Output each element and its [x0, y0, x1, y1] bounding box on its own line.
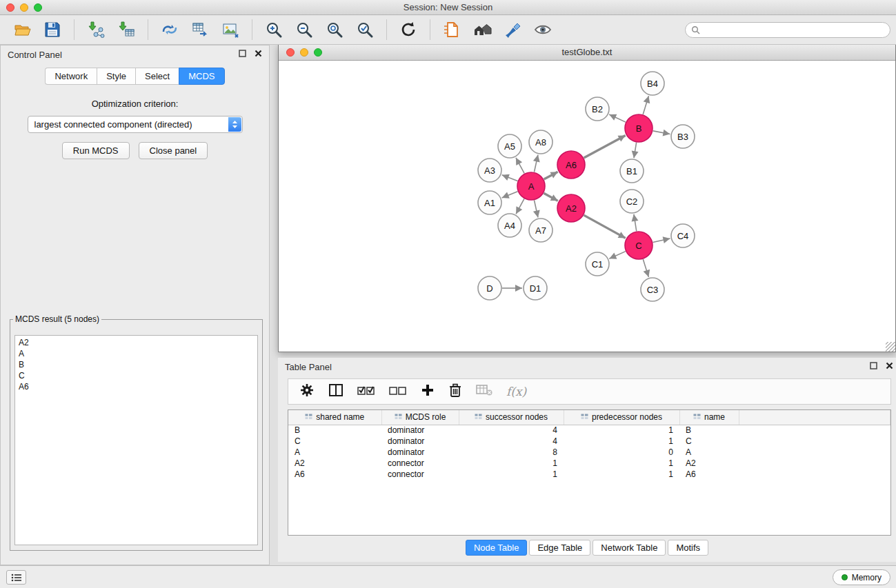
import-table-button[interactable] — [114, 17, 139, 42]
node-B3[interactable]: B3 — [671, 125, 695, 148]
network-minimize-button[interactable] — [300, 48, 308, 57]
close-window-button[interactable] — [6, 3, 14, 12]
mcds-result-item-a6[interactable]: A6 — [19, 381, 254, 392]
column-header-predecessor-nodes[interactable]: predecessor nodes — [564, 410, 679, 425]
network-zoom-button[interactable] — [314, 48, 322, 57]
table-row-c[interactable]: Cdominator41C — [288, 436, 890, 447]
mcds-result-list[interactable]: A2ABCA6 — [14, 335, 258, 545]
table-tab-node-table[interactable]: Node Table — [466, 540, 528, 556]
cell-predecessor-nodes[interactable]: 1 — [564, 436, 679, 447]
cell-predecessor-nodes[interactable]: 0 — [564, 447, 679, 458]
zoom-window-button[interactable] — [34, 3, 42, 12]
node-A7[interactable]: A7 — [529, 219, 552, 242]
cell-name[interactable]: B — [679, 425, 739, 436]
cell-shared-name[interactable]: B — [288, 425, 381, 436]
function-builder-button[interactable]: f(x) — [506, 385, 526, 398]
memory-button[interactable]: Memory — [833, 569, 890, 585]
node-C3[interactable]: C3 — [641, 278, 664, 301]
node-A[interactable]: A — [517, 172, 545, 200]
column-header-successor-nodes[interactable]: successor nodes — [459, 410, 564, 425]
network-close-button[interactable] — [286, 48, 295, 57]
node-B[interactable]: B — [625, 114, 653, 142]
network-graph[interactable]: B4B2BB3A5A8A6A3B1AC2A1A2A4A7C4CC1C3DD1 — [279, 61, 895, 352]
table-row-a[interactable]: Adominator80A — [288, 447, 890, 458]
select-all-button[interactable] — [357, 384, 375, 399]
show-hide-button[interactable] — [530, 17, 555, 42]
minimize-window-button[interactable] — [20, 3, 28, 12]
cell-predecessor-nodes[interactable]: 1 — [564, 458, 679, 469]
cell-successor-nodes[interactable]: 1 — [459, 458, 564, 469]
float-panel-icon[interactable] — [239, 50, 246, 57]
cell-mcds-role[interactable]: dominator — [381, 447, 459, 458]
cell-mcds-role[interactable]: dominator — [381, 436, 459, 447]
cell-name[interactable]: A2 — [679, 458, 739, 469]
cell-mcds-role[interactable]: connector — [381, 458, 459, 469]
zoom-out-button[interactable] — [292, 17, 317, 42]
edge-C-C3[interactable] — [643, 259, 648, 277]
node-D[interactable]: D — [478, 276, 501, 300]
table-row-a6[interactable]: A6connector11A6 — [288, 469, 890, 480]
export-image-button[interactable] — [218, 17, 243, 42]
column-header-mcds-role[interactable]: MCDS role — [381, 410, 459, 425]
node-C2[interactable]: C2 — [620, 190, 644, 213]
edge-A-A2[interactable] — [544, 193, 557, 201]
node-B2[interactable]: B2 — [586, 97, 609, 121]
show-panel-button[interactable] — [6, 570, 26, 585]
mcds-result-item-a2[interactable]: A2 — [19, 337, 254, 348]
control-tab-style[interactable]: Style — [97, 68, 135, 85]
cell-name[interactable]: A — [679, 447, 739, 458]
node-C1[interactable]: C1 — [586, 252, 609, 276]
control-tab-mcds[interactable]: MCDS — [179, 68, 224, 85]
first-neighbors-button[interactable] — [470, 17, 495, 42]
edge-A-A1[interactable] — [502, 192, 518, 198]
edge-A-A8[interactable] — [534, 155, 537, 172]
table-options-button[interactable] — [299, 383, 315, 401]
cell-shared-name[interactable]: C — [288, 436, 381, 447]
criterion-dropdown[interactable]: largest connected component (directed) — [28, 116, 243, 133]
node-A3[interactable]: A3 — [478, 159, 501, 182]
table-tab-motifs[interactable]: Motifs — [668, 540, 708, 556]
add-row-button[interactable] — [421, 383, 435, 400]
run-mcds-button[interactable]: Run MCDS — [62, 142, 130, 159]
close-panel-icon[interactable] — [886, 362, 893, 369]
open-session-button[interactable] — [10, 17, 34, 42]
cell-successor-nodes[interactable]: 1 — [459, 469, 564, 480]
node-A1[interactable]: A1 — [478, 191, 501, 214]
mcds-result-item-a[interactable]: A — [19, 348, 254, 359]
cell-name[interactable]: A6 — [679, 469, 739, 480]
edge-A2-C[interactable] — [584, 215, 625, 238]
node-C[interactable]: C — [625, 232, 653, 259]
zoom-selected-button[interactable] — [352, 17, 377, 42]
cell-shared-name[interactable]: A6 — [288, 469, 381, 480]
edge-A-A6[interactable] — [544, 172, 558, 179]
refresh-view-button[interactable] — [396, 17, 421, 42]
column-header-shared-name[interactable]: shared name — [288, 410, 381, 425]
delete-row-button[interactable] — [448, 383, 462, 401]
cell-successor-nodes[interactable]: 4 — [459, 425, 564, 436]
control-tab-network[interactable]: Network — [45, 68, 97, 85]
cell-name[interactable]: C — [679, 436, 739, 447]
float-panel-icon[interactable] — [870, 362, 877, 369]
close-panel-button[interactable]: Close panel — [139, 142, 208, 159]
node-A8[interactable]: A8 — [529, 130, 552, 154]
edge-B-B2[interactable] — [609, 114, 626, 122]
zoom-in-button[interactable] — [261, 17, 286, 42]
node-B1[interactable]: B1 — [620, 159, 644, 183]
node-A5[interactable]: A5 — [498, 134, 521, 158]
edge-A-A5[interactable] — [516, 158, 524, 174]
search-input[interactable] — [704, 26, 884, 35]
column-header-name[interactable]: name — [679, 410, 739, 425]
zoom-fit-button[interactable] — [322, 17, 347, 42]
table-tab-edge-table[interactable]: Edge Table — [529, 540, 590, 556]
edge-B-B1[interactable] — [634, 143, 637, 159]
copy-view-button[interactable] — [439, 17, 464, 42]
cell-shared-name[interactable]: A2 — [288, 458, 381, 469]
cell-predecessor-nodes[interactable]: 1 — [564, 425, 679, 436]
edge-C-C2[interactable] — [634, 214, 637, 231]
cell-predecessor-nodes[interactable]: 1 — [564, 469, 679, 480]
cell-mcds-role[interactable]: dominator — [381, 425, 459, 436]
node-B4[interactable]: B4 — [641, 72, 664, 95]
new-network-button[interactable] — [157, 17, 182, 42]
save-session-button[interactable] — [40, 17, 65, 42]
table-row-a2[interactable]: A2connector11A2 — [288, 458, 890, 469]
